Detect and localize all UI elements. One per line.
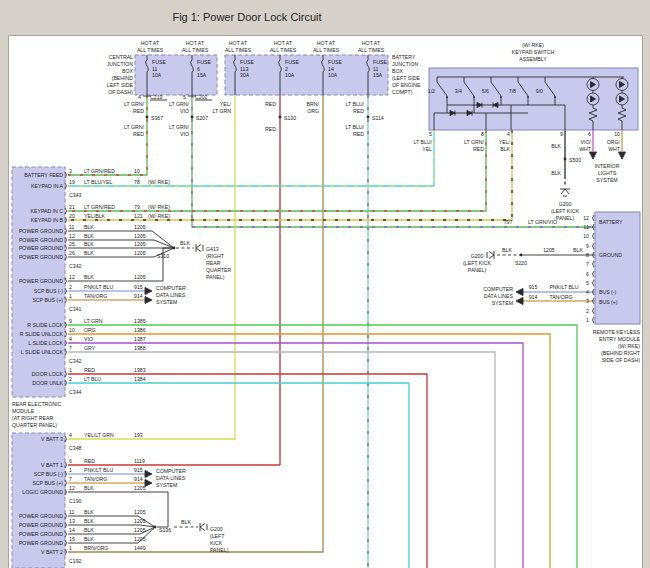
label-rke-ports-busm: BUS (-) xyxy=(599,289,617,295)
label-rke-ports-busp: BUS (+) xyxy=(599,299,618,305)
label-ddm-rows-3-circuit: 914 xyxy=(134,476,143,482)
label-keypad-pins-5-num: 10 xyxy=(614,131,620,137)
label-bjb-fuse3-num: 14 xyxy=(328,66,334,72)
label-ddm-rows-2-wire: PNK/LT BLU xyxy=(84,467,113,473)
label-keypad-pins-5-b: WHT xyxy=(608,146,621,152)
label-bjb-label-1: JUNCTION xyxy=(392,61,418,67)
label-rem-rows-15-pin: 1 xyxy=(69,367,72,373)
label-rem-rows-1-wire: LT BLU/YEL xyxy=(84,179,112,185)
label-ddm-c192: C192 xyxy=(69,558,82,564)
label-cjb-conn2-name: C202 xyxy=(195,94,208,100)
label-ddm-rows-2-circuit: 915 xyxy=(134,467,143,473)
label-rem-rows-14-pin: 7 xyxy=(69,345,72,351)
label-drops-f6-c: LT GRN/ xyxy=(169,124,190,130)
label-rem-rows-11-label: R SLIDE LOCK xyxy=(27,322,63,328)
label-bjb-label-0: BATTERY xyxy=(392,54,416,60)
label-rem-s310-g-3: QUARTER xyxy=(206,267,232,273)
label-rem-rows-13-wire: VIO xyxy=(84,336,93,342)
label-rke-name-1: ENTRY MODULE xyxy=(599,336,641,342)
label-rem-s310-blk: BLK xyxy=(180,240,190,246)
label-rke-computer-2: SYSTEM xyxy=(492,300,513,306)
label-keypad-pins-3-a: BLK xyxy=(551,143,561,149)
label-rke-gnd-g-1: (LEFT KICK xyxy=(463,260,491,266)
label-rem-rows-4-pin: 11 xyxy=(69,224,74,230)
label-drops-f11-c: LT GRN/ xyxy=(124,124,145,130)
label-ddm-rows-0-pin: 4 xyxy=(69,432,72,438)
label-rem-rows-3-wire: YEL/BLK xyxy=(84,213,106,219)
label-rem-rows-10-pin: 1 xyxy=(69,293,72,299)
label-keypad-pins-1-b: RED xyxy=(473,146,484,152)
label-keypad-pins-2-a: YEL/ xyxy=(499,139,511,145)
label-ddm-rows-7-label: POWER GROUND xyxy=(19,531,63,537)
label-ddm-c348: C348 xyxy=(69,445,82,451)
label-cjb-label-1: JUNCTION xyxy=(107,61,133,67)
label-keypad-switches-3: 7/8 xyxy=(509,88,516,94)
label-hot-l2: ALL TIMES xyxy=(137,47,164,53)
label-drops-f113-a: YEL/ xyxy=(220,101,232,107)
label-drops-f2-s: S130 xyxy=(284,115,296,121)
label-cjb-fuse2-amp: 15A xyxy=(197,72,207,78)
label-drops-f6-b: VIO xyxy=(180,108,189,114)
label-keypad-pins-4-b: WHT xyxy=(579,146,592,152)
label-rke-pins-11: 1 xyxy=(586,317,589,323)
label-ddm-rows-7-circuit: 1205 xyxy=(134,527,146,533)
label-keypad-title-2: ASSEMBLY xyxy=(519,56,547,62)
label-rem-rows-2-pin: 21 xyxy=(69,204,75,210)
label-keypad-title-0: (W/ RKE) xyxy=(522,42,544,48)
label-ddm-rows-5-pin: 11 xyxy=(69,509,74,515)
label-keypad-pins-5-a: ORG/ xyxy=(607,139,621,145)
label-bjb-label-3: (LEFT SIDE xyxy=(392,75,420,81)
label-bjb-fuse3-amp: 10A xyxy=(328,72,338,78)
label-rem-rows-5-circuit: 1205 xyxy=(134,233,146,239)
label-rem-rows-6-label: POWER GROUND xyxy=(19,245,63,251)
label-drops-f6-s: S207 xyxy=(196,115,208,121)
label-rem-rows-8-pin: 12 xyxy=(69,274,75,280)
label-bjb-fuse1-num: 113 xyxy=(240,66,248,72)
label-rem-rows-2-circuit: 79 xyxy=(134,204,140,210)
label-rke-pins-10: 2 xyxy=(586,308,589,314)
label-rem-rows-8-wire: BLK xyxy=(84,274,94,280)
label-bjb-fuse4-amp: 15A xyxy=(373,72,383,78)
label-rke-bus2-color: TAN/ORG xyxy=(549,294,572,300)
label-rke-gnd-blk2: BLK xyxy=(573,247,583,253)
label-ddm-rows-7-pin: 14 xyxy=(69,527,75,533)
label-ddm-computer-0: COMPUTER xyxy=(156,468,186,474)
label-ddm-rows-9-pin: 1 xyxy=(69,545,72,551)
label-rke-bus1-color: PNK/LT BLU xyxy=(549,284,578,290)
label-rem-rows-5-wire: BLK xyxy=(84,233,94,239)
label-rem-rows-4-wire: BLK xyxy=(84,224,94,230)
label-drops-f11-b: RED xyxy=(133,108,144,114)
label-ddm-rows-1-circuit: 1119 xyxy=(134,458,145,464)
label-keypad-ground-g-2: PANEL) xyxy=(556,215,575,221)
label-rke-pins-0: 12 xyxy=(583,215,589,221)
label-cjb-fuse1-n: FUSE xyxy=(152,59,166,65)
label-rem-name-3: QUARTER PANEL) xyxy=(12,422,57,428)
label-drops-f11b-s: S114 xyxy=(372,115,384,121)
label-rem-rows-15-circuit: 1383 xyxy=(134,367,146,373)
label-rem-rows-15-wire: RED xyxy=(84,367,95,373)
label-keypad-pins-0-a: LT BLU/ xyxy=(413,139,432,145)
label-rem-computer-2: SYSTEM xyxy=(156,299,177,305)
label-hot-l1: HOT AT xyxy=(229,40,248,46)
label-rem-rows-8-label: POWER GROUND xyxy=(19,278,63,284)
label-rem-rows-9-wire: PNK/LT BLU xyxy=(84,284,113,290)
label-keypad-pins-1-a: LT GRN/ xyxy=(464,139,485,145)
label-bjb-label-4: OF ENGINE xyxy=(392,82,421,88)
label-drops-f11-d: RED xyxy=(133,131,144,137)
label-ddm-rows-0-circuit: 193 xyxy=(134,432,143,438)
label-rke-pins-7: 5 xyxy=(586,280,589,286)
label-rem-rows-9-label: SCP BUS (-) xyxy=(34,288,64,294)
label-rem-rows-7-pin: 26 xyxy=(69,250,75,256)
label-rem-rows-1-circuit: 78 xyxy=(134,179,140,185)
label-rke-computer-0: COMPUTER xyxy=(483,286,513,292)
label-bjb-label-5: COMPT) xyxy=(392,89,413,95)
label-rke-name-2: (W/ RKE) xyxy=(618,343,640,349)
label-rke-pins-1: 11 xyxy=(584,224,589,230)
label-hot-l1: HOT AT xyxy=(317,40,336,46)
label-rem-name-2: (AT RIGHT REAR xyxy=(12,415,53,421)
label-rem-c342b: C342 xyxy=(69,358,82,364)
label-bjb-fuse4-num: 11 xyxy=(373,66,378,72)
label-ddm-rows-2-pin: 1 xyxy=(69,467,72,473)
label-hot-l1: HOT AT xyxy=(362,40,381,46)
label-rem-rows-14-wire: GRY xyxy=(84,345,96,351)
